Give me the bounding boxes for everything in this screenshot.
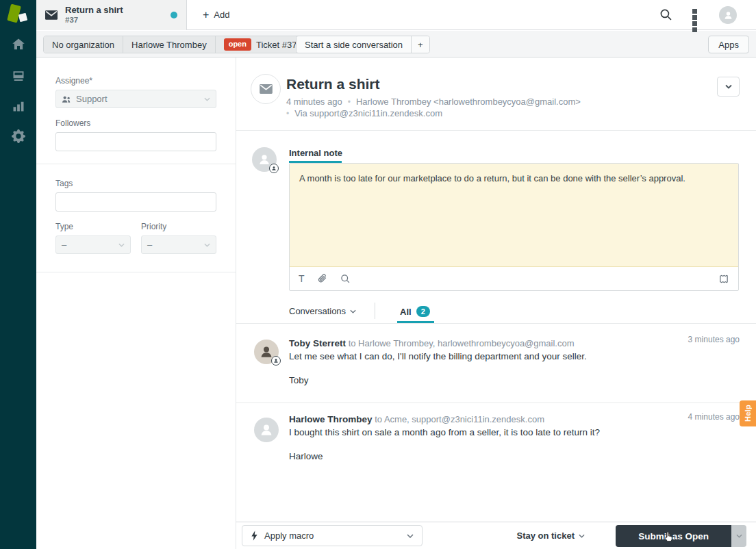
apply-macro-label: Apply macro (264, 531, 314, 541)
bullet-separator (286, 108, 289, 118)
message-body: I bought this shirt on sale a month ago … (289, 427, 600, 437)
home-icon[interactable] (0, 34, 36, 55)
chevron-down-icon (407, 534, 414, 538)
stay-on-ticket-dropdown[interactable]: Stay on ticket (516, 531, 585, 541)
section-divider (236, 130, 756, 131)
submit-as-open-button[interactable]: Submit as Open (616, 525, 731, 547)
zendesk-agent-workspace: Return a shirt #37 + Add No organization… (0, 0, 756, 549)
organization-label: No organization (52, 40, 114, 50)
search-icon[interactable] (659, 8, 672, 21)
side-conversation-add-button[interactable]: + (412, 36, 429, 53)
message-signature: Toby (289, 375, 309, 385)
bullet-separator (348, 97, 351, 107)
vertical-divider (375, 303, 375, 319)
message-header: Toby Sterrett to Harlowe Thrombey, harlo… (289, 338, 575, 348)
submit-options-caret[interactable] (731, 525, 746, 547)
message-signature: Harlowe (289, 451, 323, 461)
breadcrumb-organization[interactable]: No organization (44, 36, 123, 53)
submit-button-group: Submit as Open (616, 525, 746, 547)
message-divider (236, 403, 756, 403)
admin-gear-icon[interactable] (0, 126, 36, 146)
tags-label: Tags (55, 179, 216, 188)
type-value: – (62, 240, 66, 250)
text-format-icon[interactable]: T (299, 273, 305, 284)
composer-editor: A month is too late for our marketplace … (289, 163, 739, 291)
views-icon[interactable] (0, 66, 36, 86)
note-text: A month is too late for our marketplace … (299, 173, 685, 183)
apply-macro-select[interactable]: Apply macro (242, 525, 423, 546)
priority-select[interactable]: – (141, 235, 216, 254)
macro-stamp-icon[interactable] (718, 274, 729, 284)
chevron-down-icon (725, 84, 732, 89)
tags-input[interactable] (55, 192, 216, 212)
add-tab-button[interactable]: + Add (196, 0, 236, 29)
start-side-conversation-button[interactable]: Start a side conversation (297, 36, 412, 53)
side-conversation-group: Start a side conversation + (296, 36, 430, 53)
conversation-count-badge: 2 (416, 306, 430, 317)
user-avatar[interactable] (719, 6, 737, 24)
status-badge: open (224, 38, 251, 50)
chevron-down-icon (204, 243, 210, 247)
conversations-label: Conversations (289, 306, 346, 316)
message-author: Harlowe Thrombey (289, 414, 373, 424)
add-label: Add (214, 10, 229, 20)
tab-text: Return a shirt #37 (65, 5, 163, 25)
group-icon (62, 95, 71, 103)
tab-ticket-number: #37 (65, 16, 163, 25)
type-select[interactable]: – (55, 235, 131, 254)
followers-input[interactable] (55, 132, 216, 151)
chevron-down-icon (579, 534, 585, 538)
conversations-dropdown[interactable]: Conversations (289, 306, 356, 316)
ticket-via: Via support@z3nici11in.zendesk.com (294, 108, 442, 118)
section-divider (236, 323, 756, 324)
knowledge-search-icon[interactable] (340, 274, 351, 284)
message-header: Harlowe Thrombey to Acme, support@z3nici… (289, 414, 544, 424)
apps-button[interactable]: Apps (708, 36, 749, 53)
ticket-properties-panel: Assignee* Support Followers Tags Type – (36, 58, 236, 549)
top-bar: Return a shirt #37 + Add (36, 0, 756, 30)
navigation-rail (0, 0, 36, 549)
channel-avatar (251, 74, 281, 104)
person-icon (259, 422, 274, 437)
agent-badge-icon (269, 164, 279, 173)
logo-white-shape (18, 13, 27, 22)
priority-value: – (147, 240, 152, 250)
assignee-select[interactable]: Support (55, 90, 216, 108)
lightning-icon (251, 531, 258, 541)
internal-note-textarea[interactable]: A month is too late for our marketplace … (290, 164, 738, 267)
product-tray-icon[interactable] (692, 9, 704, 21)
ticket-options-button[interactable] (717, 77, 740, 97)
ticket-meta-line1: 4 minutes ago Harlowe Thrombey <harlowet… (286, 97, 581, 107)
ticket-toolbar-row: No organization Harlowe Thrombey open Ti… (36, 31, 756, 58)
help-label: Help (744, 405, 752, 422)
attachment-icon[interactable] (318, 273, 327, 284)
stay-on-ticket-label: Stay on ticket (516, 531, 575, 541)
breadcrumb-requester[interactable]: Harlowe Thrombey (123, 36, 216, 53)
plus-icon: + (203, 10, 209, 21)
agent-badge-icon (271, 356, 281, 366)
message-timestamp: 4 minutes ago (688, 412, 740, 422)
filter-all-tab[interactable]: All 2 (400, 306, 430, 317)
priority-label: Priority (141, 222, 216, 231)
breadcrumb-ticket[interactable]: open Ticket #37 (216, 36, 305, 53)
ticket-number-label: Ticket #37 (256, 40, 297, 50)
message-body: Let me see what I can do, I'll notify th… (289, 351, 587, 361)
ticket-tab[interactable]: Return a shirt #37 (36, 0, 187, 30)
editor-toolbar: T (290, 267, 738, 290)
envelope-icon (260, 84, 273, 94)
type-label: Type (55, 222, 131, 231)
message-timestamp: 3 minutes ago (688, 335, 740, 344)
assignee-value: Support (76, 94, 108, 104)
zendesk-logo[interactable] (0, 0, 36, 30)
message-author: Toby Sterrett (289, 338, 346, 348)
panel-divider (36, 272, 236, 272)
ticket-main-area: Return a shirt 4 minutes ago Harlowe Thr… (236, 58, 756, 522)
ticket-title: Return a shirt (286, 76, 380, 92)
internal-note-tab[interactable]: Internal note (289, 148, 342, 158)
followers-label: Followers (55, 118, 216, 128)
help-tab[interactable]: Help (740, 400, 756, 426)
reports-icon[interactable] (0, 96, 36, 116)
unread-dot (171, 12, 177, 18)
ticket-time: 4 minutes ago (286, 97, 342, 107)
avatar-toby (254, 340, 279, 364)
